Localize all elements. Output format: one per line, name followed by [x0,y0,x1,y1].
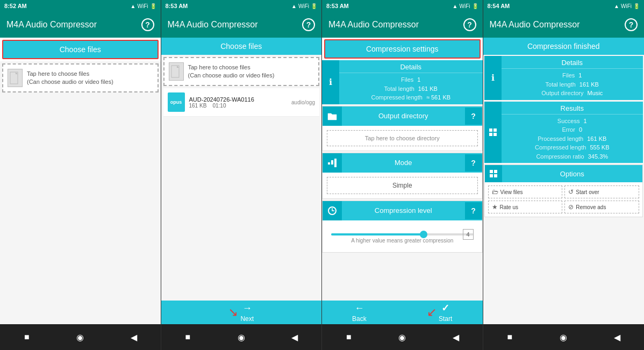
remove-ads-label-4: Remove ads [576,204,606,210]
details-content-3: Details Files 1 Total length 161 KB Comp… [339,60,483,104]
help-button-4[interactable]: ? [625,18,638,31]
nav-square-1[interactable]: ■ [20,331,33,344]
files-label-3: Files [401,75,413,84]
nav-square-4[interactable]: ■ [503,331,516,344]
tap-instruction-2: Tap here to choose files (Can choose aud… [188,63,275,80]
start-over-label-4: Start over [576,189,599,195]
output-dir-help-3[interactable]: ? [465,108,482,125]
nav-home-2[interactable]: ◉ [235,331,248,344]
compression-level-section-3: Compression level ? 4 A higher value mea… [322,201,483,253]
svg-rect-6 [334,159,337,167]
status-icons-3: ▲ WiFi 🔋 [453,3,478,9]
output-dir-title-3: Output directory [342,112,465,120]
nav-back-2[interactable]: ◀ [288,331,301,344]
mode-help-3[interactable]: ? [465,154,482,172]
files-label-4: Files [562,71,575,80]
file-item-2[interactable]: opus AUD-20240726-WA0116 161 KB 01:10 au… [163,88,320,117]
svg-rect-8 [489,128,492,132]
file-info-2: AUD-20240726-WA0116 161 KB 01:10 [189,96,288,109]
help-button-1[interactable]: ? [141,18,154,31]
file-icon-2 [169,62,184,81]
status-icons-4: ▲ WiFi 🔋 [614,3,640,9]
result-compressed-4: Compressed length 555 KB [506,143,639,152]
start-over-icon-4: ↺ [568,188,574,196]
view-files-button-4[interactable]: 🗁 View files [488,185,563,198]
compression-level-header-3: Compression level ? [323,201,482,220]
slider-hint-3: A higher value means greater compression [331,238,474,246]
app-header-3: M4A Audio Compressor ? [322,12,483,38]
mode-icon-3 [323,153,342,173]
back-button-3[interactable]: ← Back [352,303,367,323]
options-title-4: Options [502,170,643,178]
mode-value-3[interactable]: Simple [327,177,478,194]
files-value-3: 1 [416,75,420,84]
app-header-1: M4A Audio Compressor ? [0,12,161,38]
signal-icon-1: ▲ [131,3,136,9]
slider-track-3[interactable]: 4 [331,233,474,235]
bottom-nav-4: ■ ◉ ◀ [483,324,645,350]
slider-container-3: 4 A higher value means greater compressi… [327,225,478,248]
directory-placeholder-3[interactable]: Tap here to choose directory [327,130,478,146]
start-button-area-3: ↙ ✓ Start [427,302,452,323]
file-meta-2: 161 KB 01:10 [189,103,288,109]
details-title-4: Details [502,56,643,69]
mode-section-3: Mode ? Simple [322,153,483,199]
wifi-icon-2: WiFi [298,3,309,9]
help-button-2[interactable]: ? [302,18,315,31]
options-section-4: Options 🗁 View files ↺ Start over ★ Rate… [484,165,643,217]
compression-level-help-3[interactable]: ? [465,202,482,219]
nav-home-1[interactable]: ◉ [74,331,87,344]
tap-text-sub-2: (Can choose audio or video files) [188,72,275,80]
details-row-length-3: Total length 161 KB [344,84,478,94]
rate-us-button-4[interactable]: ★ Rate us [488,201,563,213]
status-time-3: 8:53 AM [326,3,349,9]
compression-level-body-3: 4 A higher value means greater compressi… [323,220,482,252]
result-ratio-4: Compression ratio 345.3% [506,152,639,161]
nav-home-4[interactable]: ◉ [557,331,570,344]
output-dir-body-3[interactable]: Tap here to choose directory [323,126,482,151]
battery-icon-1: 🔋 [150,3,156,9]
options-icon-col-4 [485,165,502,182]
results-icon-col-4 [484,102,502,163]
wifi-icon-4: WiFi [621,3,632,9]
start-button-3[interactable]: ✓ Start [439,302,452,323]
file-chooser-tile-1[interactable]: Tap here to choose files (Can choose aud… [2,63,159,92]
remove-ads-button-4[interactable]: ⊘ Remove ads [564,201,639,213]
file-icon-1 [8,69,23,87]
battery-icon-2: 🔋 [311,3,317,9]
mode-header-3: Mode ? [323,153,482,173]
start-over-button-4[interactable]: ↺ Start over [564,185,639,198]
length-value-4: 161 KB [578,80,599,89]
choose-files-header-2[interactable]: Choose files [161,38,322,55]
svg-rect-11 [493,133,497,136]
choose-files-header-1[interactable]: Choose files [3,41,158,58]
nav-back-1[interactable]: ◀ [127,331,140,344]
nav-home-3[interactable]: ◉ [396,331,409,344]
slider-fill-3 [331,233,424,235]
start-check-3: ✓ [441,302,449,314]
nav-square-3[interactable]: ■ [342,331,355,344]
svg-rect-9 [493,128,497,132]
length-label-4: Total length [546,80,576,89]
compressed-label-3: Compressed length [371,93,422,102]
nav-back-3[interactable]: ◀ [449,331,462,344]
file-chooser-tile-2[interactable]: Tap here to choose files (Can choose aud… [163,57,320,86]
nav-back-4[interactable]: ◀ [611,331,624,344]
app-header-4: M4A Audio Compressor ? [483,12,645,38]
tap-text-main-2: Tap here to choose files [188,63,275,72]
output-dir-icon-3 [323,106,342,126]
next-button-2[interactable]: → Next [240,303,254,323]
length-value-3: 161 KB [417,84,438,94]
nav-square-2[interactable]: ■ [181,331,194,344]
svg-rect-5 [331,160,333,165]
choose-files-section-1[interactable]: Choose files [2,40,159,59]
battery-icon-4: 🔋 [633,3,640,9]
results-rows-4: Success 1 Error 0 Processed length 161 K… [502,115,643,163]
slider-thumb-3[interactable] [420,231,427,238]
details-content-4: Details Files 1 Total length 161 KB Outp… [502,56,643,100]
details-row-files-4: Files 1 [506,71,639,80]
details-title-3: Details [339,60,483,73]
help-button-3[interactable]: ? [463,18,476,31]
action-bar-2: ↙ → Next [161,301,322,324]
svg-rect-10 [489,133,492,136]
